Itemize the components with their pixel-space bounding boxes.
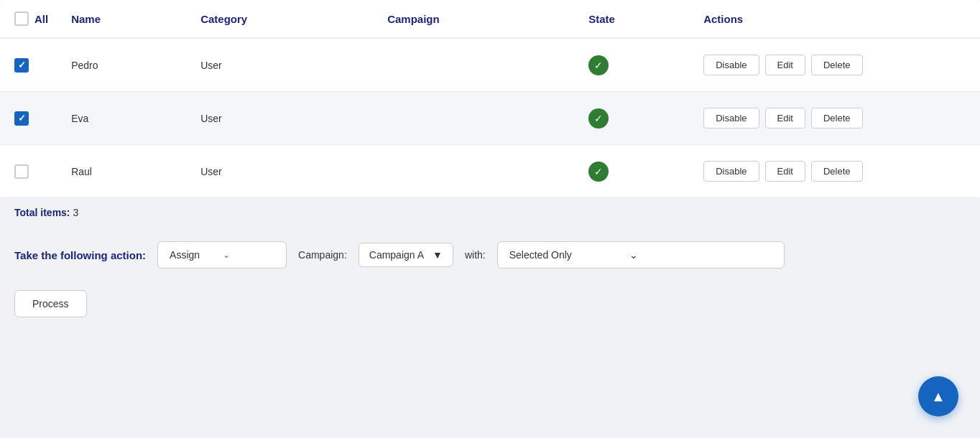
row-state-cell: ✓ xyxy=(577,38,692,92)
row-actions-cell: DisableEditDelete xyxy=(692,145,980,198)
name-header: Name xyxy=(60,0,189,38)
row-checkbox-cell xyxy=(0,92,60,145)
fab-icon: ▲ xyxy=(931,388,946,405)
row-category-cell: User xyxy=(189,145,376,198)
row-checkbox-cell xyxy=(0,145,60,198)
select-all-checkbox[interactable] xyxy=(14,11,29,26)
table-wrapper: All Name Category Campaign State Actions… xyxy=(0,0,980,198)
row-action-buttons: DisableEditDelete xyxy=(703,161,969,182)
status-active-icon: ✓ xyxy=(588,162,609,182)
campaign-dropdown[interactable]: Campaign A ▼ xyxy=(359,243,453,267)
total-items-label: Total items: xyxy=(14,207,70,218)
main-container: All Name Category Campaign State Actions… xyxy=(0,0,980,438)
delete-button-row-0[interactable]: Delete xyxy=(811,55,863,75)
bottom-actions-bar: Take the following action: Assign ⌄ Camp… xyxy=(0,227,980,283)
edit-button-row-2[interactable]: Edit xyxy=(765,161,805,182)
edit-button-row-0[interactable]: Edit xyxy=(765,55,805,75)
with-dropdown-value: Selected Only xyxy=(509,249,572,261)
row-action-buttons: DisableEditDelete xyxy=(703,55,969,75)
status-active-icon: ✓ xyxy=(588,55,609,75)
campaign-header: Campaign xyxy=(376,0,577,38)
row-action-buttons: DisableEditDelete xyxy=(703,108,969,129)
disable-button-row-2[interactable]: Disable xyxy=(703,161,759,182)
category-header: Category xyxy=(189,0,376,38)
action-dropdown[interactable]: Assign ⌄ xyxy=(157,241,287,269)
campaign-dropdown-chevron-icon: ▼ xyxy=(433,249,443,261)
action-dropdown-chevron-icon: ⌄ xyxy=(223,250,230,260)
row-category-cell: User xyxy=(189,38,376,92)
total-items-count: 3 xyxy=(73,207,78,218)
row-campaign-cell xyxy=(376,92,577,145)
with-label: with: xyxy=(465,249,486,261)
row-campaign-cell xyxy=(376,145,577,198)
process-button[interactable]: Process xyxy=(14,290,87,317)
row-state-cell: ✓ xyxy=(577,92,692,145)
state-header: State xyxy=(577,0,692,38)
action-dropdown-value: Assign xyxy=(170,249,200,261)
row-name-cell: Pedro xyxy=(60,38,189,92)
disable-button-row-0[interactable]: Disable xyxy=(703,55,759,75)
row-checkbox-1[interactable] xyxy=(14,111,29,126)
row-state-cell: ✓ xyxy=(577,145,692,198)
table-row: RaulUser✓DisableEditDelete xyxy=(0,145,980,198)
with-dropdown[interactable]: Selected Only ⌄ xyxy=(497,241,785,269)
row-name-cell: Eva xyxy=(60,92,189,145)
disable-button-row-1[interactable]: Disable xyxy=(703,108,759,129)
table-row: PedroUser✓DisableEditDelete xyxy=(0,38,980,92)
take-action-label: Take the following action: xyxy=(14,249,146,261)
table-body: PedroUser✓DisableEditDeleteEvaUser✓Disab… xyxy=(0,38,980,198)
actions-header: Actions xyxy=(692,0,980,38)
row-checkbox-0[interactable] xyxy=(14,58,29,73)
all-label: All xyxy=(34,13,48,25)
edit-button-row-1[interactable]: Edit xyxy=(765,108,805,129)
campaign-dropdown-value: Campaign A xyxy=(369,249,424,261)
with-dropdown-chevron-icon: ⌄ xyxy=(629,249,638,261)
users-table: All Name Category Campaign State Actions… xyxy=(0,0,980,198)
delete-button-row-2[interactable]: Delete xyxy=(811,161,863,182)
row-name-cell: Raul xyxy=(60,145,189,198)
delete-button-row-1[interactable]: Delete xyxy=(811,108,863,129)
row-checkbox-cell xyxy=(0,38,60,92)
status-active-icon: ✓ xyxy=(588,108,609,129)
row-category-cell: User xyxy=(189,92,376,145)
process-section: Process xyxy=(0,283,980,332)
table-row: EvaUser✓DisableEditDelete xyxy=(0,92,980,145)
fab-button[interactable]: ▲ xyxy=(918,376,958,416)
row-checkbox-2[interactable] xyxy=(14,164,29,179)
table-header-row: All Name Category Campaign State Actions xyxy=(0,0,980,38)
row-actions-cell: DisableEditDelete xyxy=(692,92,980,145)
total-items-section: Total items: 3 xyxy=(0,198,980,227)
row-campaign-cell xyxy=(376,38,577,92)
row-actions-cell: DisableEditDelete xyxy=(692,38,980,92)
select-all-header: All xyxy=(0,0,60,38)
campaign-label: Campaign: xyxy=(298,249,347,261)
